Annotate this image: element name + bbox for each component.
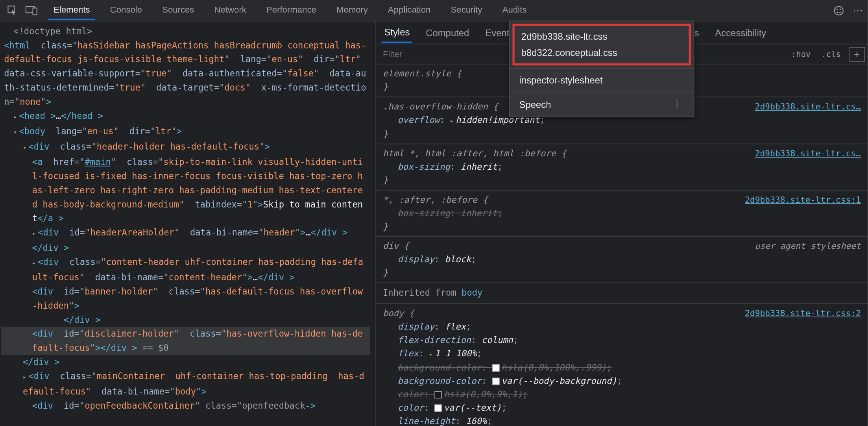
new-rule-button[interactable]: + xyxy=(849,46,865,61)
css-rule[interactable]: div {user agent stylesheetdisplay: block… xyxy=(376,237,868,283)
subtab-styles[interactable]: Styles xyxy=(382,22,413,43)
cls-toggle[interactable]: .cls xyxy=(816,49,846,59)
dom-line[interactable]: <div class="header-holder has-default-fo… xyxy=(1,139,370,155)
dom-line[interactable]: <div id="headerAreaHolder" data-bi-name=… xyxy=(1,226,370,241)
rule-source-link[interactable]: user agent stylesheet xyxy=(755,239,861,253)
svg-point-3 xyxy=(835,6,843,15)
stylesheet-context-menu: 2d9bb338.site-ltr.css b8d322.conceptual.… xyxy=(509,20,694,117)
rule-source-link[interactable]: 2d9bb338.site-ltr.css:1 xyxy=(745,193,861,207)
dom-line[interactable]: <div class="content-header uhf-container… xyxy=(1,255,370,285)
inspect-icon[interactable] xyxy=(7,4,19,17)
dom-line[interactable]: <body lang="en-us" dir="ltr"> xyxy=(1,124,370,139)
subtab-computed[interactable]: Computed xyxy=(423,23,472,42)
maintab-application[interactable]: Application xyxy=(382,1,436,20)
maintab-console[interactable]: Console xyxy=(105,1,148,20)
maintab-performance[interactable]: Performance xyxy=(261,1,321,20)
inherit-header: Inherited from body xyxy=(376,283,868,304)
main-tabs: ElementsConsoleSourcesNetworkPerformance… xyxy=(48,1,532,20)
rule-source-link[interactable]: 2d9bb338.site-ltr.cs… xyxy=(755,100,861,113)
dom-line[interactable]: <div id="disclaimer-holder" class="has-o… xyxy=(1,327,370,355)
dom-line[interactable]: <div id="banner-holder" class="has-defau… xyxy=(1,284,370,313)
dom-line[interactable]: <div id="openFeedbackContainer" class="o… xyxy=(1,398,370,413)
dom-line[interactable]: <!doctype html> xyxy=(1,24,370,38)
topbar-right: ⋯ xyxy=(833,4,863,17)
rule-source-link[interactable]: 2d9bb338.site-ltr.css:2 xyxy=(745,307,861,320)
more-icon[interactable]: ⋯ xyxy=(851,4,864,17)
subtab-accessibility[interactable]: Accessibility xyxy=(713,23,769,42)
topbar-icons xyxy=(4,4,40,17)
maintab-memory[interactable]: Memory xyxy=(331,1,373,20)
hov-toggle[interactable]: :hov xyxy=(786,49,816,59)
css-rules[interactable]: element.style {}.has-overflow-hidden {2d… xyxy=(376,65,868,426)
device-icon[interactable] xyxy=(26,4,38,17)
ctx-stylesheet-1[interactable]: 2d9bb338.site-ltr.css xyxy=(520,28,683,44)
dom-line[interactable]: </div > xyxy=(1,313,370,327)
ctx-inspector-stylesheet[interactable]: inspector-stylesheet xyxy=(510,68,694,92)
ctx-stylesheet-2[interactable]: b8d322.conceptual.css xyxy=(520,44,683,61)
rule-source-link[interactable]: 2d9bb338.site-ltr.cs… xyxy=(755,147,861,160)
dom-line[interactable]: <html class="hasSidebar hasPageActions h… xyxy=(1,38,370,109)
css-rule[interactable]: html *, html :after, html :before {2d9bb… xyxy=(376,144,868,191)
split-pane: <!doctype html><html class="hasSidebar h… xyxy=(0,22,868,426)
smiley-icon[interactable] xyxy=(833,4,845,17)
devtools-window: ElementsConsoleSourcesNetworkPerformance… xyxy=(0,0,868,426)
stylesheet-highlight-group: 2d9bb338.site-ltr.css b8d322.conceptual.… xyxy=(513,24,691,66)
svg-rect-2 xyxy=(33,8,37,15)
maintab-network[interactable]: Network xyxy=(209,1,252,20)
css-rule[interactable]: *, :after, :before {2d9bb338.site-ltr.cs… xyxy=(376,191,868,237)
main-tabbar: ElementsConsoleSourcesNetworkPerformance… xyxy=(0,0,868,22)
dom-line[interactable]: <div class="mainContainer uhf-container … xyxy=(1,369,370,398)
maintab-sources[interactable]: Sources xyxy=(157,1,200,20)
css-rule[interactable]: body {2d9bb338.site-ltr.css:2display: fl… xyxy=(376,304,868,426)
maintab-audits[interactable]: Audits xyxy=(497,1,532,20)
inherit-target-link[interactable]: body xyxy=(462,288,482,298)
chevron-right-icon: 〉 xyxy=(675,98,684,111)
maintab-elements[interactable]: Elements xyxy=(48,1,96,20)
svg-point-4 xyxy=(837,8,838,9)
dom-line[interactable]: </div > xyxy=(1,355,370,369)
dom-line[interactable]: </div > xyxy=(1,241,370,255)
maintab-security[interactable]: Security xyxy=(445,1,488,20)
dom-line[interactable]: <head >…</head > xyxy=(1,109,370,124)
svg-point-5 xyxy=(840,8,841,9)
dom-tree[interactable]: <!doctype html><html class="hasSidebar h… xyxy=(0,22,375,426)
ctx-speech[interactable]: Speech〉 xyxy=(510,92,694,117)
dom-line[interactable]: <a href="#main" class="skip-to-main-link… xyxy=(1,155,370,226)
